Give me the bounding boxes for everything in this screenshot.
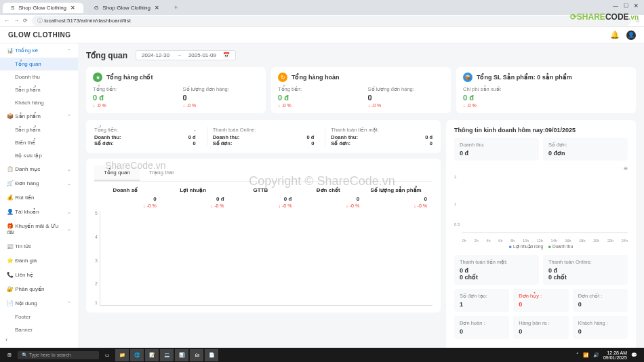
close-button[interactable]: ✕ [634, 3, 639, 9]
address-bar: ← → ⟳ ⓘ localhost:5173/admin/dashboard/l… [0, 15, 644, 27]
chart-menu-icon[interactable]: ≡ [454, 165, 628, 172]
sidebar-item-accounts[interactable]: 👤 Tài khoản⌄ [0, 205, 78, 219]
sidebar-item-withdraw[interactable]: 💰 Rút tiền [0, 190, 78, 205]
forward-button[interactable]: → [14, 18, 19, 24]
sidebar-item-contact[interactable]: 📞 Liên hệ [0, 268, 78, 282]
main-chart: 5 4 3 2 1 [100, 211, 432, 306]
date-range-picker[interactable]: 2024-12-30→2025-01-09📅 [136, 50, 236, 60]
sidebar-item-revenue[interactable]: Doanh thu [0, 71, 78, 83]
tab-overview[interactable]: Tổng quan [94, 165, 140, 181]
sidebar-item-categories[interactable]: 📋 Danh mục⌄ [0, 162, 78, 176]
bell-icon[interactable]: 🔔 [610, 31, 620, 40]
sidebar-item-permissions[interactable]: 🔐 Phân quyền [0, 282, 78, 296]
sidebar: 📊 Thống kê⌃ Tổng quan Doanh thu Sản phẩm… [0, 43, 78, 348]
browser-tab-2[interactable]: GShop Glow Clothing✕ [86, 3, 167, 13]
main-content: Tổng quan 2024-12-30→2025-01-09📅 ★Tổng h… [78, 43, 644, 348]
reload-button[interactable]: ⟳ [23, 18, 28, 24]
sidebar-item-orders[interactable]: 🛒 Đơn hàng⌄ [0, 176, 78, 190]
browser-tab-1[interactable]: SShop Glow Clothing✕ [3, 3, 83, 13]
browser-tabs: SShop Glow Clothing✕ GShop Glow Clothing… [0, 0, 644, 15]
new-tab-button[interactable]: + [170, 4, 182, 11]
card-confirmed-orders: ★Tổng hàng chốt Tổng tiền:0 đ↓ -0 % Số l… [86, 67, 266, 113]
tab-status[interactable]: Trạng thái [140, 165, 183, 181]
window-controls: — ☐ ✕ [607, 0, 644, 12]
sidebar-item-promotions[interactable]: 🎁 Khuyến mãi & Ưu đãi⌄ [0, 219, 78, 239]
sidebar-item-customers[interactable]: Khách hàng [0, 96, 78, 109]
sidebar-item-reviews[interactable]: ⭐ Đánh giá [0, 254, 78, 268]
watermark-logo: ⟳SHARECODE.vn [570, 12, 639, 22]
sidebar-group-products[interactable]: 📦 Sản phẩm⌃ [0, 109, 78, 123]
sidebar-item-collections[interactable]: Bộ sưu tập [0, 149, 78, 162]
sidebar-item-overview[interactable]: Tổng quan [0, 58, 78, 71]
sidebar-collapse-icon[interactable]: ‹ [0, 336, 78, 343]
app-logo: GLOW CLOTHING [8, 31, 71, 39]
today-title: Thông tin kinh doanh hôm nay:09/01/2025 [454, 127, 628, 134]
return-icon: ↻ [278, 73, 287, 82]
sidebar-item-news[interactable]: 📰 Tin tức [0, 239, 78, 254]
sidebar-item-products[interactable]: Sản phẩm [0, 83, 78, 96]
card-total-products: 📦Tổng SL Sản phẩm: 0 sản phẩm Chi phí sả… [456, 67, 636, 113]
app-header: GLOW CLOTHING 🔔 👤 [0, 27, 644, 43]
url-input[interactable]: ⓘ localhost:5173/admin/dashboard/list [32, 16, 631, 26]
summary-box: Tổng tiền:- Doanh thu:0 đ Số đơn:0 Thanh… [86, 120, 441, 153]
card-returned-orders: ↻Tổng hàng hoàn Tổng tiền:0 đ↓ -0 % Số l… [271, 67, 451, 113]
star-icon: ★ [93, 73, 102, 82]
mini-chart: 2 1 0.5 0h2h4h6h8h10h12h14h16h18h20h22h2… [454, 175, 628, 243]
user-avatar-icon[interactable]: 👤 [626, 31, 636, 40]
sidebar-item-variants[interactable]: Biến thể [0, 136, 78, 149]
sidebar-group-statistics[interactable]: 📊 Thống kê⌃ [0, 43, 78, 58]
sidebar-item-banner[interactable]: Banner [0, 323, 78, 336]
maximize-button[interactable]: ☐ [624, 3, 628, 9]
today-business-box: Thông tin kinh doanh hôm nay:09/01/2025 … [446, 120, 636, 348]
sidebar-item-product-list[interactable]: Sản phẩm [0, 123, 78, 136]
box-icon: 📦 [463, 73, 472, 82]
stats-chart-box: Tổng quan Trạng thái Doanh số0↓ -0 % Lợi… [86, 159, 441, 313]
back-button[interactable]: ← [4, 18, 9, 24]
page-title: Tổng quan [86, 51, 127, 60]
minimize-button[interactable]: — [613, 3, 618, 9]
sidebar-item-footer[interactable]: Footer [0, 310, 78, 323]
sidebar-group-content[interactable]: 📄 Nội dung⌃ [0, 296, 78, 310]
